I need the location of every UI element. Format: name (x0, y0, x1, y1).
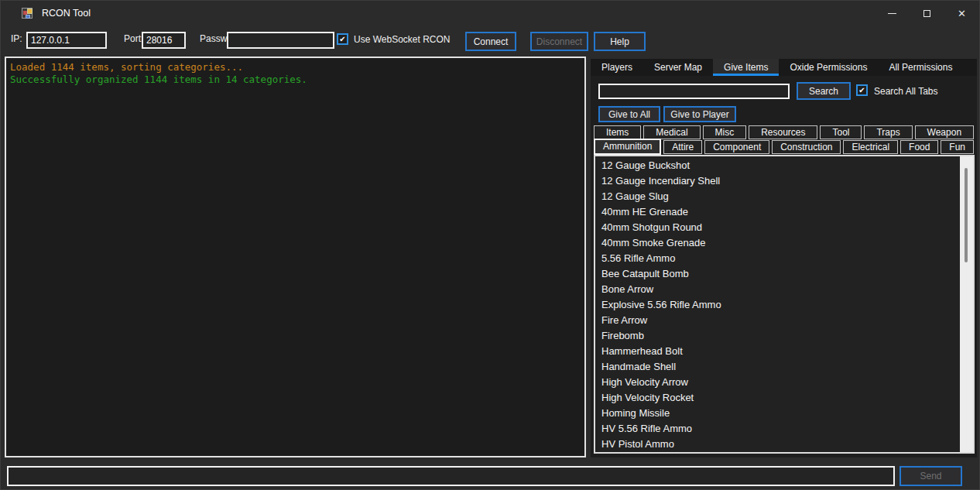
checkmark-icon: ✔ (858, 86, 865, 94)
category-tab-ammunition[interactable]: Ammunition (594, 139, 661, 155)
list-item[interactable]: 40mm HE Grenade (595, 204, 960, 220)
category-tab-traps[interactable]: Traps (864, 125, 912, 139)
search-input[interactable] (598, 84, 790, 99)
scrollbar-thumb[interactable] (965, 168, 968, 262)
minimize-button[interactable] (875, 1, 910, 26)
connection-toolbar: IP: Port: Password: ✔ Use WebSocket RCON… (1, 26, 979, 55)
search-button[interactable]: Search (797, 82, 851, 100)
ip-input[interactable] (26, 32, 107, 49)
tab-players[interactable]: Players (591, 59, 643, 76)
websocket-label: Use WebSocket RCON (354, 34, 450, 45)
tab-all-permissions[interactable]: All Permissions (878, 59, 963, 76)
list-item[interactable]: Handmade Shell (595, 359, 960, 375)
category-tabs: ItemsMedicalMiscResourcesToolTrapsWeapon… (594, 125, 974, 155)
list-item[interactable]: 12 Gauge Incendiary Shell (595, 173, 960, 189)
search-all-tabs-checkbox[interactable]: ✔ (856, 84, 868, 96)
category-tab-weapon[interactable]: Weapon (915, 125, 974, 139)
category-tab-tool[interactable]: Tool (820, 125, 862, 139)
maximize-button[interactable] (910, 1, 944, 26)
category-tab-misc[interactable]: Misc (703, 125, 747, 139)
list-item[interactable]: 12 Gauge Slug (595, 189, 960, 204)
category-tab-component[interactable]: Component (704, 140, 769, 154)
command-input[interactable] (7, 466, 895, 486)
category-tab-medical[interactable]: Medical (643, 125, 700, 139)
help-button[interactable]: Help (594, 32, 646, 51)
category-tab-electrical[interactable]: Electrical (843, 140, 898, 154)
category-row-1: ItemsMedicalMiscResourcesToolTrapsWeapon (594, 125, 974, 139)
tab-server-map[interactable]: Server Map (643, 59, 713, 76)
give-to-all-button[interactable]: Give to All (598, 106, 660, 122)
category-row-2: AmmunitionAttireComponentConstructionEle… (594, 140, 974, 154)
list-item[interactable]: Fire Arrow (595, 313, 960, 328)
send-button[interactable]: Send (899, 466, 962, 486)
tab-give-items[interactable]: Give Items (713, 59, 779, 76)
console-output[interactable]: Loaded 1144 items, sorting categories...… (5, 57, 586, 457)
list-item[interactable]: 40mm Shotgun Round (595, 220, 960, 235)
category-tab-fun[interactable]: Fun (941, 140, 974, 154)
port-input[interactable] (142, 32, 186, 49)
category-tab-resources[interactable]: Resources (749, 125, 817, 139)
list-item[interactable]: Explosive 5.56 Rifle Ammo (595, 297, 960, 313)
connect-button[interactable]: Connect (465, 32, 516, 51)
list-item[interactable]: High Velocity Arrow (595, 375, 960, 390)
list-item[interactable]: Bone Arrow (595, 282, 960, 297)
items-listbox: 12 Gauge Buckshot12 Gauge Incendiary She… (594, 155, 975, 454)
minimize-icon (888, 13, 896, 14)
password-input[interactable] (227, 32, 334, 49)
console-line: Loaded 1144 items, sorting categories... (10, 61, 581, 74)
app-icon (22, 7, 34, 19)
give-to-player-button[interactable]: Give to Player (663, 106, 736, 122)
category-tab-construction[interactable]: Construction (772, 140, 841, 154)
close-button[interactable]: ✕ (944, 1, 979, 26)
window-title: RCON Tool (42, 8, 91, 19)
list-item[interactable]: Bee Catapult Bomb (595, 266, 960, 282)
list-item[interactable]: HV 5.56 Rifle Ammo (595, 421, 960, 437)
list-scrollbar[interactable] (960, 156, 973, 452)
give-items-page: Search ✔ Search All Tabs Give to All Giv… (591, 76, 977, 457)
rcon-tool-window: RCON Tool ✕ IP: Port: Password: ✔ Use We… (0, 0, 980, 490)
tab-strip: PlayersServer MapGive ItemsOxide Permiss… (591, 59, 977, 76)
category-tab-items[interactable]: Items (594, 125, 641, 139)
search-all-tabs-label: Search All Tabs (874, 86, 938, 97)
maximize-icon (923, 10, 930, 17)
window-controls: ✕ (875, 1, 979, 26)
category-tab-food[interactable]: Food (900, 140, 938, 154)
tab-oxide-permissions[interactable]: Oxide Permissions (779, 59, 878, 76)
list-item[interactable]: 12 Gauge Buckshot (595, 158, 960, 173)
list-item[interactable]: Firebomb (595, 328, 960, 344)
close-icon: ✕ (958, 8, 966, 19)
ip-label: IP: (11, 33, 22, 44)
list-item[interactable]: 40mm Smoke Grenade (595, 235, 960, 251)
port-label: Port: (124, 33, 143, 44)
websocket-checkbox[interactable]: ✔ (337, 33, 348, 45)
disconnect-button[interactable]: Disconnect (530, 32, 588, 51)
list-item[interactable]: Homing Missile (595, 406, 960, 421)
list-item[interactable]: Hammerhead Bolt (595, 344, 960, 359)
category-tab-attire[interactable]: Attire (663, 140, 702, 154)
right-panel: PlayersServer MapGive ItemsOxide Permiss… (591, 59, 977, 457)
items-list: 12 Gauge Buckshot12 Gauge Incendiary She… (595, 158, 960, 452)
list-item[interactable]: 5.56 Rifle Ammo (595, 251, 960, 266)
list-item[interactable]: HV Pistol Ammo (595, 437, 960, 452)
checkmark-icon: ✔ (339, 35, 345, 43)
console-line: Successfully organized 1144 items in 14 … (10, 74, 581, 86)
title-bar: RCON Tool ✕ (1, 1, 979, 26)
list-item[interactable]: High Velocity Rocket (595, 390, 960, 406)
